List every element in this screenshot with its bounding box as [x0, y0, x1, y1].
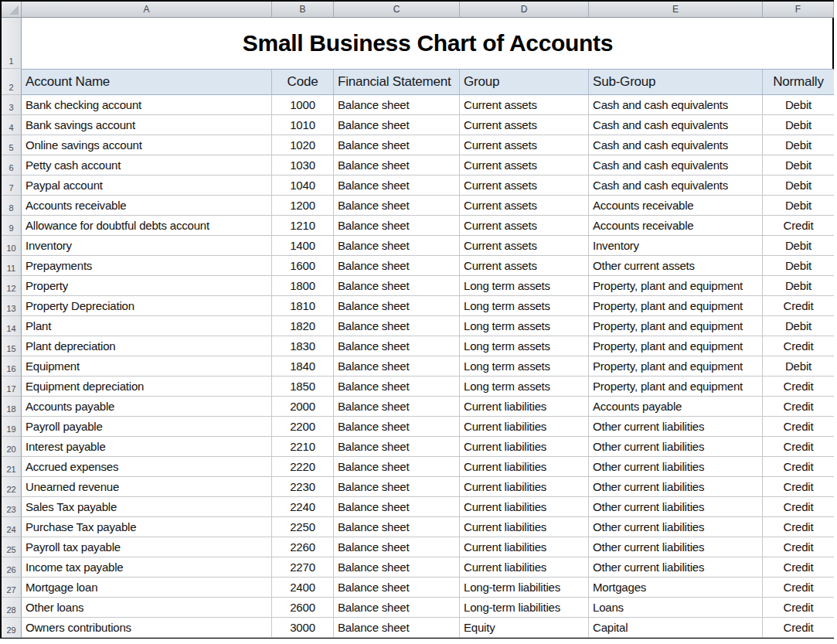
cell-code[interactable]: 1400	[272, 236, 334, 256]
cell-code[interactable]: 1000	[272, 95, 334, 115]
cell-account-name[interactable]: Purchase Tax payable	[22, 517, 272, 537]
row-number[interactable]: 7	[2, 175, 22, 196]
cell-financial-statement[interactable]: Balance sheet	[334, 276, 460, 296]
cell-normally[interactable]: Debit	[763, 175, 834, 196]
cell-code[interactable]: 1020	[272, 135, 334, 155]
cell-financial-statement[interactable]: Balance sheet	[334, 397, 460, 417]
row-number-2[interactable]: 2	[2, 69, 22, 95]
cell-financial-statement[interactable]: Balance sheet	[334, 356, 460, 377]
cell-account-name[interactable]: Accrued expenses	[22, 457, 272, 477]
cell-code[interactable]: 2260	[272, 537, 334, 557]
cell-sub-group[interactable]: Other current liabilities	[589, 557, 763, 578]
cell-financial-statement[interactable]: Balance sheet	[334, 296, 460, 316]
cell-group[interactable]: Current liabilities	[460, 397, 589, 417]
cell-account-name[interactable]: Owners contributions	[22, 618, 272, 638]
cell-normally[interactable]: Credit	[763, 497, 834, 517]
row-number[interactable]: 16	[2, 356, 22, 377]
cell-sub-group[interactable]: Other current liabilities	[589, 417, 763, 437]
cell-financial-statement[interactable]: Balance sheet	[334, 336, 460, 356]
cell-financial-statement[interactable]: Balance sheet	[334, 236, 460, 256]
cell-group[interactable]: Long-term liabilities	[460, 578, 589, 598]
row-number[interactable]: 14	[2, 316, 22, 336]
cell-sub-group[interactable]: Cash and cash equivalents	[589, 135, 763, 155]
cell-group[interactable]: Current assets	[460, 155, 589, 175]
cell-group[interactable]: Long term assets	[460, 276, 589, 296]
cell-group[interactable]: Current assets	[460, 115, 589, 135]
cell-account-name[interactable]: Property Depreciation	[22, 296, 272, 316]
row-number[interactable]: 26	[2, 557, 22, 578]
cell-sub-group[interactable]: Accounts payable	[589, 397, 763, 417]
cell-normally[interactable]: Debit	[763, 356, 834, 377]
row-number[interactable]: 18	[2, 397, 22, 417]
cell-group[interactable]: Current liabilities	[460, 537, 589, 557]
cell-sub-group[interactable]: Other current liabilities	[589, 497, 763, 517]
cell-code[interactable]: 2220	[272, 457, 334, 477]
header-sub-group[interactable]: Sub-Group	[589, 69, 763, 95]
cell-code[interactable]: 2000	[272, 397, 334, 417]
cell-financial-statement[interactable]: Balance sheet	[334, 457, 460, 477]
cell-sub-group[interactable]: Cash and cash equivalents	[589, 175, 763, 196]
cell-financial-statement[interactable]: Balance sheet	[334, 437, 460, 457]
row-number[interactable]: 20	[2, 437, 22, 457]
cell-code[interactable]: 1600	[272, 256, 334, 276]
cell-financial-statement[interactable]: Balance sheet	[334, 537, 460, 557]
cell-sub-group[interactable]: Cash and cash equivalents	[589, 155, 763, 175]
column-header-d[interactable]: D	[460, 2, 589, 18]
cell-normally[interactable]: Credit	[763, 517, 834, 537]
cell-normally[interactable]: Debit	[763, 256, 834, 276]
cell-normally[interactable]: Debit	[763, 276, 834, 296]
cell-account-name[interactable]: Allowance for doubtful debts account	[22, 216, 272, 236]
cell-group[interactable]: Equity	[460, 618, 589, 638]
cell-sub-group[interactable]: Other current liabilities	[589, 477, 763, 497]
row-number[interactable]: 11	[2, 256, 22, 276]
header-account-name[interactable]: Account Name	[22, 69, 272, 95]
cell-account-name[interactable]: Inventory	[22, 236, 272, 256]
cell-account-name[interactable]: Interest payable	[22, 437, 272, 457]
cell-financial-statement[interactable]: Balance sheet	[334, 95, 460, 115]
row-number[interactable]: 25	[2, 537, 22, 557]
cell-normally[interactable]: Debit	[763, 135, 834, 155]
cell-code[interactable]: 1040	[272, 175, 334, 196]
cell-sub-group[interactable]: Accounts receivable	[589, 216, 763, 236]
cell-group[interactable]: Current liabilities	[460, 557, 589, 578]
cell-normally[interactable]: Credit	[763, 417, 834, 437]
row-number[interactable]: 5	[2, 135, 22, 155]
cell-normally[interactable]: Credit	[763, 537, 834, 557]
cell-sub-group[interactable]: Property, plant and equipment	[589, 276, 763, 296]
cell-financial-statement[interactable]: Balance sheet	[334, 557, 460, 578]
cell-financial-statement[interactable]: Balance sheet	[334, 216, 460, 236]
cell-account-name[interactable]: Equipment depreciation	[22, 377, 272, 397]
cell-sub-group[interactable]: Property, plant and equipment	[589, 336, 763, 356]
cell-code[interactable]: 3000	[272, 618, 334, 638]
cell-account-name[interactable]: Bank checking account	[22, 95, 272, 115]
cell-group[interactable]: Current liabilities	[460, 417, 589, 437]
cell-sub-group[interactable]: Property, plant and equipment	[589, 316, 763, 336]
cell-account-name[interactable]: Petty cash account	[22, 155, 272, 175]
cell-group[interactable]: Current liabilities	[460, 477, 589, 497]
cell-financial-statement[interactable]: Balance sheet	[334, 135, 460, 155]
cell-group[interactable]: Long-term liabilities	[460, 598, 589, 618]
cell-normally[interactable]: Debit	[763, 115, 834, 135]
cell-group[interactable]: Long term assets	[460, 336, 589, 356]
cell-financial-statement[interactable]: Balance sheet	[334, 618, 460, 638]
column-header-c[interactable]: C	[334, 2, 460, 18]
row-number[interactable]: 4	[2, 115, 22, 135]
cell-group[interactable]: Current assets	[460, 236, 589, 256]
row-number[interactable]: 9	[2, 216, 22, 236]
row-number[interactable]: 15	[2, 336, 22, 356]
row-number[interactable]: 6	[2, 155, 22, 175]
cell-sub-group[interactable]: Capital	[589, 618, 763, 638]
cell-normally[interactable]: Debit	[763, 316, 834, 336]
row-number-1[interactable]: 1	[2, 18, 22, 69]
cell-sub-group[interactable]: Loans	[589, 598, 763, 618]
cell-sub-group[interactable]: Property, plant and equipment	[589, 356, 763, 377]
row-number[interactable]: 8	[2, 196, 22, 216]
cell-account-name[interactable]: Property	[22, 276, 272, 296]
header-normally[interactable]: Normally	[763, 69, 834, 95]
cell-code[interactable]: 2400	[272, 578, 334, 598]
cell-financial-statement[interactable]: Balance sheet	[334, 477, 460, 497]
cell-code[interactable]: 1200	[272, 196, 334, 216]
row-number[interactable]: 17	[2, 377, 22, 397]
cell-account-name[interactable]: Sales Tax payable	[22, 497, 272, 517]
cell-financial-statement[interactable]: Balance sheet	[334, 377, 460, 397]
